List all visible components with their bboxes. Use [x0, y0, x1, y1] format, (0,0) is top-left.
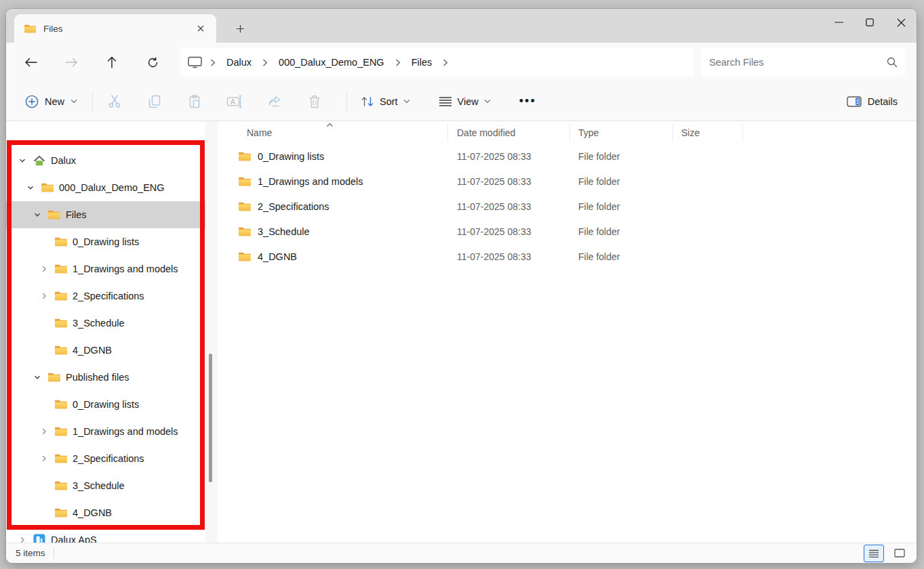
new-button[interactable]: New	[17, 89, 85, 114]
file-size	[673, 144, 743, 169]
tree-item-label: 4_DGNB	[73, 507, 112, 518]
file-size	[673, 169, 743, 194]
up-button[interactable]	[98, 49, 125, 76]
folder-icon	[54, 452, 68, 465]
tree-item-4-dgnb[interactable]: 4_DGNB	[6, 337, 205, 364]
more-options-icon[interactable]: •••	[513, 91, 543, 111]
tree-item-dalux[interactable]: Dalux	[6, 147, 205, 174]
chevron-right-icon[interactable]	[39, 264, 49, 274]
cut-icon[interactable]	[100, 88, 129, 115]
tree-item-2-specifications[interactable]: 2_Specifications	[6, 282, 205, 310]
column-header-name[interactable]: Name	[218, 124, 448, 142]
file-name-cell: 1_Drawings and models	[218, 169, 448, 194]
file-name-cell: 4_DGNB	[218, 244, 448, 269]
building-icon	[32, 533, 47, 543]
tree-item-published-files[interactable]: Published files	[6, 364, 205, 391]
tree-item-label: 2_Specifications	[73, 453, 144, 464]
tree-item-dalux-aps[interactable]: Dalux ApS	[6, 526, 205, 543]
chevron-down-icon[interactable]	[25, 182, 36, 193]
tree-item-3-schedule[interactable]: 3_Schedule	[6, 310, 205, 337]
refresh-button[interactable]	[139, 49, 166, 76]
tab-close-icon[interactable]	[192, 20, 209, 37]
new-tab-button[interactable]	[230, 18, 250, 39]
paste-icon[interactable]	[180, 88, 209, 115]
tab-files[interactable]: Files	[14, 14, 216, 43]
file-row-1-drawings-and-models[interactable]: 1_Drawings and models11-07-2025 08:33Fil…	[218, 169, 917, 194]
folder-icon	[54, 316, 68, 330]
column-header-label: Size	[681, 127, 700, 138]
tree-item-2-specifications[interactable]: 2_Specifications	[6, 445, 205, 472]
view-button[interactable]: View	[432, 91, 498, 112]
folder-icon	[47, 371, 62, 384]
file-row-3-schedule[interactable]: 3_Schedule11-07-2025 08:33File folder	[218, 219, 917, 244]
rename-icon[interactable]: A	[220, 88, 249, 115]
chevron-down-icon[interactable]	[32, 209, 43, 220]
svg-text:A: A	[230, 98, 235, 106]
tab-title: Files	[43, 24, 185, 34]
breadcrumb-item-dalux[interactable]: Dalux	[220, 54, 258, 70]
details-button[interactable]: Details	[840, 91, 904, 112]
chevron-down-icon[interactable]	[17, 155, 28, 166]
file-type: File folder	[570, 244, 673, 269]
search-box[interactable]	[701, 48, 906, 77]
tree-item-0-drawing-lists[interactable]: 0_Drawing lists	[6, 391, 205, 418]
monitor-icon	[188, 56, 202, 68]
column-header-size[interactable]: Size	[673, 124, 743, 142]
tree-item-1-drawings-and-models[interactable]: 1_Drawings and models	[6, 255, 205, 282]
details-pane-icon	[847, 96, 862, 107]
file-row-0-drawing-lists[interactable]: 0_Drawing lists11-07-2025 08:33File fold…	[218, 144, 917, 169]
tree-item-4-dgnb[interactable]: 4_DGNB	[6, 499, 205, 526]
file-row-2-specifications[interactable]: 2_Specifications11-07-2025 08:33File fol…	[218, 194, 917, 219]
delete-icon[interactable]	[300, 88, 329, 115]
tree-item-3-schedule[interactable]: 3_Schedule	[6, 472, 205, 499]
folder-icon	[54, 289, 68, 303]
column-header-type[interactable]: Type	[570, 124, 673, 142]
breadcrumb[interactable]: Dalux 000_Dalux_Demo_ENG Files	[180, 48, 694, 77]
breadcrumb-item-files[interactable]: Files	[405, 54, 439, 70]
tree-item-1-drawings-and-models[interactable]: 1_Drawings and models	[6, 418, 205, 445]
forward-button[interactable]	[58, 49, 85, 76]
breadcrumb-item-demo[interactable]: 000_Dalux_Demo_ENG	[272, 54, 391, 70]
share-icon[interactable]	[260, 88, 289, 115]
folder-icon	[238, 151, 252, 162]
search-icon[interactable]	[887, 57, 898, 68]
folder-icon	[54, 235, 68, 249]
tree-item-0-drawing-lists[interactable]: 0_Drawing lists	[6, 228, 205, 255]
folder-icon	[54, 479, 68, 492]
scrollbar-thumb[interactable]	[209, 354, 212, 482]
chevron-right-icon[interactable]	[39, 453, 49, 464]
sidebar-scrollbar[interactable]	[205, 121, 218, 543]
column-header-date-modified[interactable]: Date modified	[448, 124, 570, 142]
column-headers: Name Date modified Type Size	[218, 121, 917, 144]
close-button[interactable]	[885, 9, 917, 36]
search-input[interactable]	[709, 57, 887, 68]
view-button-label: View	[458, 96, 479, 107]
file-date-modified: 11-07-2025 08:33	[448, 144, 570, 169]
chevron-down-icon[interactable]	[32, 372, 43, 383]
status-divider	[54, 548, 54, 559]
file-row-4-dgnb[interactable]: 4_DGNB11-07-2025 08:33File folder	[218, 244, 917, 269]
file-type: File folder	[570, 144, 673, 169]
chevron-right-icon[interactable]	[39, 426, 49, 437]
chevron-right-icon[interactable]	[17, 534, 28, 543]
sort-ascending-icon	[326, 123, 334, 127]
minimize-button[interactable]	[823, 9, 854, 36]
toolbar-divider	[92, 91, 93, 112]
thumbnails-view-toggle[interactable]	[889, 545, 910, 562]
folder-icon	[238, 176, 252, 187]
tree-item-label: 4_DGNB	[73, 345, 112, 356]
folder-icon	[54, 506, 68, 520]
file-name-cell: 3_Schedule	[218, 219, 448, 244]
copy-icon[interactable]	[140, 88, 169, 115]
tree-item-label: 0_Drawing lists	[73, 236, 139, 247]
folder-icon	[54, 262, 68, 276]
tree-item-files[interactable]: Files	[6, 201, 205, 228]
sort-button[interactable]: Sort	[354, 90, 417, 113]
chevron-down-icon	[403, 99, 410, 104]
details-view-toggle[interactable]	[864, 545, 884, 562]
tree-item-000-dalux-demo-eng[interactable]: 000_Dalux_Demo_ENG	[6, 174, 205, 201]
maximize-button[interactable]	[854, 9, 885, 36]
chevron-right-icon[interactable]	[39, 291, 49, 301]
column-header-label: Type	[578, 127, 599, 138]
back-button[interactable]	[17, 49, 44, 76]
